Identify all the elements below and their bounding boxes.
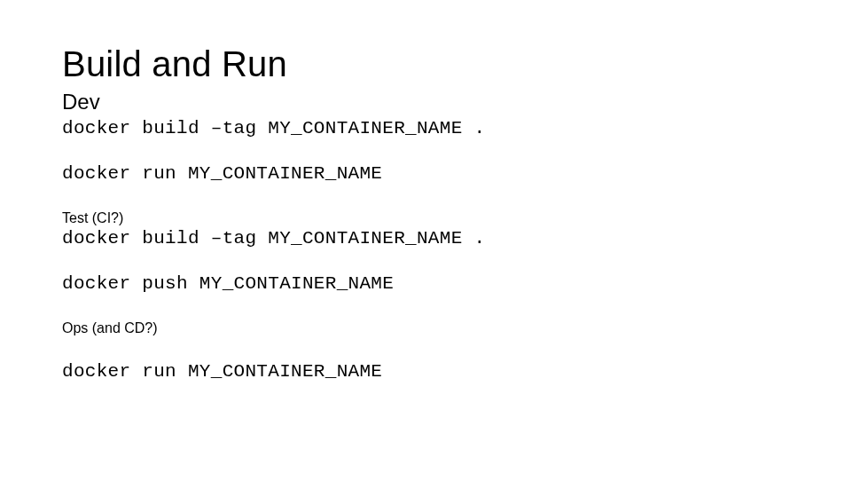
section-heading-test: Test (CI?) <box>62 210 806 226</box>
code-dev-run: docker run MY_CONTAINER_NAME <box>62 163 806 184</box>
code-dev-build: docker build –tag MY_CONTAINER_NAME . <box>62 118 806 138</box>
code-ops-run: docker run MY_CONTAINER_NAME <box>62 361 806 382</box>
code-test-build: docker build –tag MY_CONTAINER_NAME . <box>62 228 806 248</box>
code-test-push: docker push MY_CONTAINER_NAME <box>62 273 806 294</box>
page-title: Build and Run <box>62 44 806 84</box>
slide: Build and Run Dev docker build –tag MY_C… <box>0 0 868 382</box>
section-heading-ops: Ops (and CD?) <box>62 320 806 336</box>
section-heading-dev: Dev <box>62 90 806 114</box>
